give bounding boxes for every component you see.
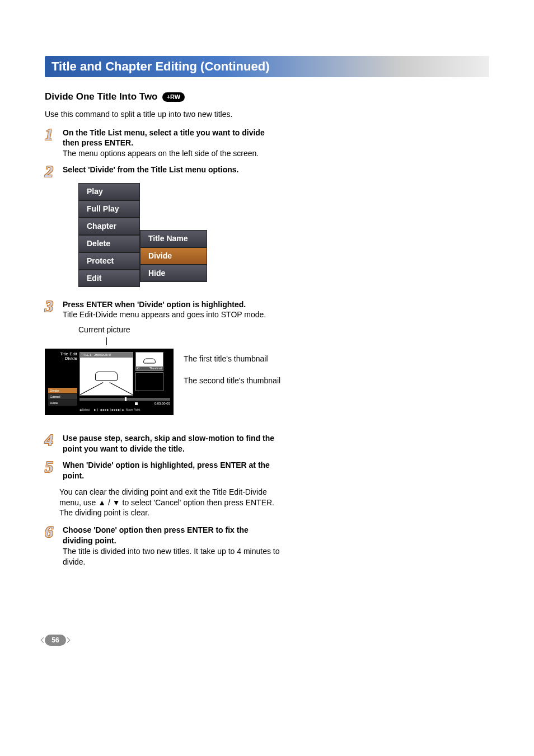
page-number: 56 [45,635,66,646]
section-title-bar: Title and Chapter Editing (Continued) [45,56,489,77]
current-picture-label: Current picture [78,325,489,335]
step-6: 6 Choose 'Done' option then press ENTER … [45,524,280,567]
screen-side-title: Title Edit - Divide [48,352,77,361]
screen-option-done: Done [48,400,77,406]
step-4: 4 Use pause step, search, skip and slow-… [45,432,280,454]
step-4-heading: Use pause step, search, skip and slow-mo… [63,434,274,453]
label-first-thumbnail: The first title's thumbnail [184,354,280,364]
menu-item-full-play: Full Play [78,200,140,218]
step-number-icon: 2 [45,163,59,179]
step-number-icon: 3 [45,298,59,313]
screen-option-divide: Divide [48,388,77,393]
screen-bottom-hints: ◉Select ▶ ∥ ◀◀ ▶▶ |◀◀ ▶▶| ■ Move Point [48,408,170,412]
step-2-heading: Select 'Divide' from the Title List menu… [63,165,238,174]
step-number-icon: 5 [45,459,59,474]
menu-item-title-name: Title Name [140,230,207,247]
step-5-heading: When 'Divide' option is highlighted, pre… [63,461,270,480]
thumbnail-second [135,372,163,391]
subtitle: Divide One Title Into Two [45,91,158,104]
step-1: 1 On the Title List menu, select a title… [45,126,280,159]
screen-option-cancel: Cancel [48,394,77,400]
thumbnail-labels: The first title's thumbnail The second t… [184,349,280,386]
progress-time: 0:03:50:05 [79,401,170,406]
label-second-thumbnail: The second title's thumbnail [184,376,280,386]
step-number-icon: 6 [45,524,59,539]
screen-illustration-row: Title Edit - Divide Divide Cancel Done T… [45,349,489,415]
step-1-body: The menu options appears on the left sid… [63,149,259,158]
section-title: Title and Chapter Editing (Continued) [51,59,269,73]
pointer-line [106,337,489,345]
step-2: 2 Select 'Divide' from the Title List me… [45,163,280,179]
menu-item-chapter: Chapter [78,218,140,235]
progress-bar [79,398,170,401]
step-5: 5 When 'Divide' option is highlighted, p… [45,459,280,481]
preview-current: TITLE 1 28/8 00:25:47 [79,352,133,396]
menu-item-edit: Edit [78,270,140,287]
step-6-body: The title is divided into two new titles… [63,547,280,566]
screen-side-panel: Title Edit - Divide Divide Cancel Done [48,352,77,406]
step-3: 3 Press ENTER when 'Divide' option is hi… [45,298,280,321]
step-3-body: Title Edit-Divide menu appears and goes … [63,310,266,319]
menu-primary-column: Play Full Play Chapter Delete Protect Ed… [78,183,140,287]
menu-secondary-column: Title Name Divide Hide [140,230,207,287]
menu-item-protect: Protect [78,252,140,270]
thumbnail-first: #1Thumbnail [135,352,163,371]
divide-screen: Title Edit - Divide Divide Cancel Done T… [45,349,174,415]
menu-item-play: Play [78,183,140,200]
step-number-icon: 4 [45,432,59,447]
menu-illustration: Play Full Play Chapter Delete Protect Ed… [78,183,489,287]
format-badge: +RW [162,92,185,102]
step-number-icon: 1 [45,126,59,142]
menu-item-delete: Delete [78,235,140,252]
step-5-extra: You can clear the dividing point and exi… [59,487,283,519]
stop-icon [135,402,138,405]
step-6-heading: Choose 'Done' option then press ENTER to… [63,525,249,545]
step-3-heading: Press ENTER when 'Divide' option is high… [63,300,246,309]
menu-item-divide: Divide [140,247,207,265]
intro-text: Use this command to split a title up int… [45,109,489,120]
subtitle-row: Divide One Title Into Two +RW [45,91,489,104]
menu-item-hide: Hide [140,265,207,282]
step-1-heading: On the Title List menu, select a title y… [63,128,265,148]
